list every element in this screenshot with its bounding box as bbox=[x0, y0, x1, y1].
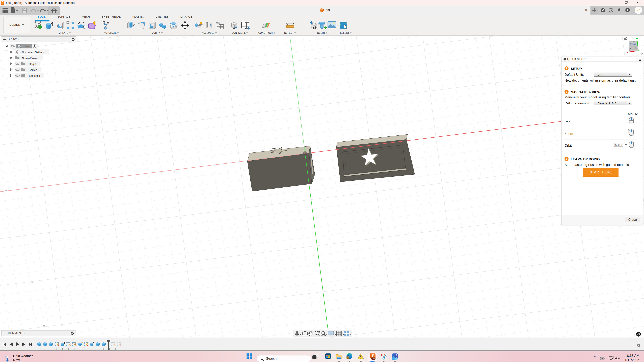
svg-text:FUS: FUS bbox=[372, 358, 375, 360]
svg-text:F: F bbox=[372, 354, 374, 358]
